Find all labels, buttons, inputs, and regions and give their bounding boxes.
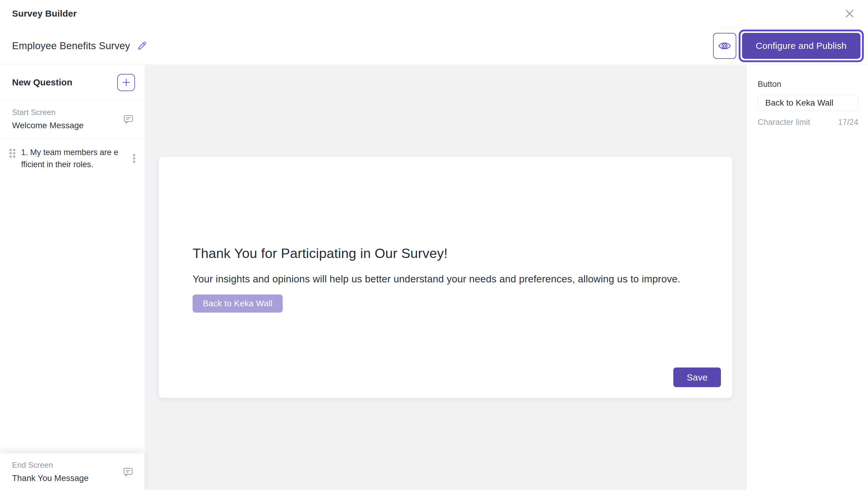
back-to-keka-wall-button[interactable]: Back to Keka Wall (193, 294, 283, 313)
add-question-button[interactable] (117, 74, 135, 91)
top-bar: Survey Builder (0, 0, 868, 27)
thank-you-heading: Thank You for Participating in Our Surve… (159, 157, 733, 261)
new-question-header: New Question (0, 64, 145, 100)
page-title: Survey Builder (12, 8, 77, 19)
sidebar-item-start-screen[interactable]: Start Screen Welcome Message (0, 100, 145, 139)
eye-icon (718, 40, 732, 51)
save-button[interactable]: Save (673, 368, 721, 387)
kebab-menu-icon[interactable] (132, 152, 136, 165)
end-screen-kicker: End Screen (12, 460, 89, 470)
survey-header-bar: Employee Benefits Survey Configure and P… (0, 27, 868, 64)
screens-sidebar: New Question Start Screen Welcome Messag… (0, 64, 145, 490)
survey-title: Employee Benefits Survey (12, 40, 130, 52)
question-label-line1: 1. My team members are e (21, 146, 128, 158)
start-screen-text: Start Screen Welcome Message (12, 108, 84, 131)
header-actions: Configure and Publish (713, 30, 864, 62)
character-limit-row: Character limit 17/24 (758, 118, 858, 127)
pencil-icon (136, 40, 148, 52)
close-icon (844, 8, 855, 19)
button-field-label: Button (758, 80, 858, 89)
sidebar-item-question-1[interactable]: 1. My team members are e fficient in the… (0, 139, 145, 179)
thank-you-body: Your insights and opinions will help us … (159, 261, 733, 285)
properties-panel: Button Character limit 17/24 (747, 64, 868, 490)
plus-icon (122, 78, 131, 87)
message-icon (122, 113, 134, 125)
preview-button[interactable] (713, 33, 736, 59)
character-limit-value: 17/24 (838, 118, 858, 127)
survey-title-group: Employee Benefits Survey (12, 40, 148, 52)
character-limit-label: Character limit (758, 118, 810, 127)
survey-builder-window: Survey Builder Employee Benefits Survey (0, 0, 868, 490)
start-screen-label: Welcome Message (12, 121, 84, 131)
end-screen-text: End Screen Thank You Message (12, 460, 89, 483)
message-icon (122, 466, 134, 478)
button-text-input[interactable] (758, 94, 858, 111)
end-screen-label: Thank You Message (12, 473, 89, 483)
sidebar-item-end-screen[interactable]: End Screen Thank You Message (0, 454, 144, 490)
focus-highlight-ring: Configure and Publish (739, 30, 864, 62)
configure-and-publish-button[interactable]: Configure and Publish (742, 33, 861, 59)
close-button[interactable] (844, 8, 855, 19)
drag-handle-icon[interactable] (8, 148, 16, 160)
end-screen-preview-card: Thank You for Participating in Our Surve… (159, 157, 733, 398)
question-label-line2: fficient in their roles. (21, 158, 128, 171)
start-screen-kicker: Start Screen (12, 108, 84, 117)
edit-title-button[interactable] (136, 40, 148, 52)
question-label: 1. My team members are e fficient in the… (21, 146, 128, 171)
canvas-area: Thank You for Participating in Our Surve… (145, 64, 747, 490)
new-question-label: New Question (12, 77, 72, 87)
